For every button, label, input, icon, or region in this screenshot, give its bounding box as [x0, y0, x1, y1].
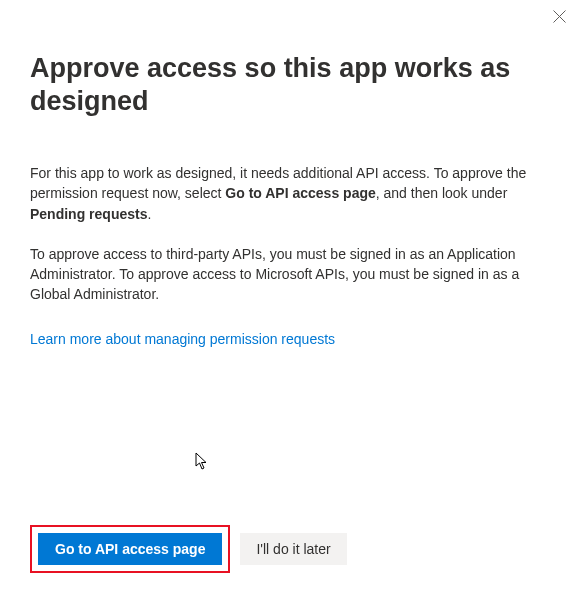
- mouse-cursor-icon: [195, 452, 210, 475]
- go-to-api-access-button[interactable]: Go to API access page: [38, 533, 222, 565]
- close-button[interactable]: [551, 10, 567, 26]
- text-segment: .: [147, 206, 151, 222]
- dialog-paragraph-1: For this app to work as designed, it nee…: [30, 163, 551, 224]
- dialog-content: Approve access so this app works as desi…: [0, 0, 581, 348]
- dialog-title: Approve access so this app works as desi…: [30, 52, 551, 119]
- close-icon: [553, 9, 566, 27]
- text-segment: , and then look under: [376, 185, 508, 201]
- dialog-actions: Go to API access page I'll do it later: [30, 525, 347, 573]
- text-bold: Go to API access page: [225, 185, 375, 201]
- dialog-paragraph-2: To approve access to third-party APIs, y…: [30, 244, 551, 305]
- text-bold: Pending requests: [30, 206, 147, 222]
- do-it-later-button[interactable]: I'll do it later: [240, 533, 346, 565]
- learn-more-link[interactable]: Learn more about managing permission req…: [30, 331, 335, 347]
- highlight-annotation: Go to API access page: [30, 525, 230, 573]
